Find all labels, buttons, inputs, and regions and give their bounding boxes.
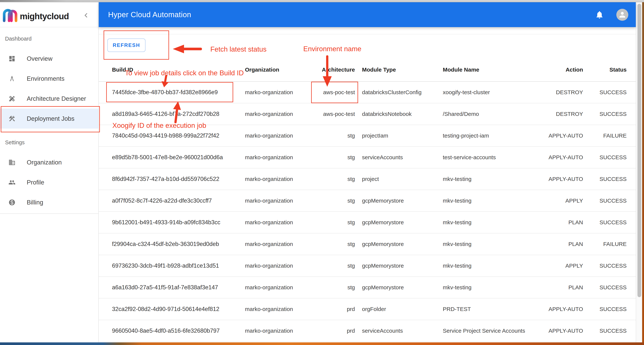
table-row: 9b612001-b491-4933-914b-a09fc834b3ccmark… <box>99 212 636 233</box>
card-top-border <box>99 34 636 34</box>
cell-status: FAILURE <box>603 132 626 139</box>
cell-module-type: gcpMemorystore <box>362 219 404 226</box>
cell-action: APPLY-AUTO <box>548 154 583 161</box>
cell-architecture: stg <box>348 241 355 247</box>
cell-module-name: mkv-testing <box>443 284 472 291</box>
cell-module-type: databricksClusterConfig <box>362 89 422 95</box>
cell-build-id[interactable]: a6a163d0-27a5-41f5-91af-7e838af3e147 <box>112 284 218 291</box>
cell-build-id[interactable]: 8f6d942f-7357-427a-b10d-dd559706c522 <box>112 176 219 182</box>
cell-build-id[interactable]: e89d5b78-5001-47e8-be2e-960021d00d6a <box>112 154 223 161</box>
annotation-box-architecture <box>311 82 358 103</box>
cell-module-type: gcpMemorystore <box>362 284 404 291</box>
annotation-fetch-latest-status: Fetch latest status <box>210 45 266 53</box>
sidebar-item-overview[interactable]: Overview <box>0 49 98 69</box>
sidebar-item-organization[interactable]: Organization <box>0 152 98 172</box>
cell-architecture: stg <box>348 219 355 226</box>
cell-action: APPLY-AUTO <box>548 328 583 334</box>
annotation-xoogify-id: Xoogify ID of the execution job <box>112 122 206 129</box>
cell-module-name: mkv-testing <box>443 198 472 204</box>
nav-section-label-dashboard: Dashboard <box>5 36 98 42</box>
sidebar-collapse-chevron-icon[interactable] <box>82 11 90 20</box>
table-row: 69736230-3dcb-49f1-b928-adbf1ce13d51mark… <box>99 255 636 277</box>
sidebar-item-label: Profile <box>27 179 44 186</box>
sidebar-item-billing[interactable]: Billing <box>0 192 98 212</box>
cell-build-id[interactable]: 32ca2f92-08d2-4d90-971d-50614e4ef812 <box>112 306 219 313</box>
cell-organization: marko-organization <box>245 306 293 312</box>
cell-build-id[interactable]: 7840c45d-0943-4419-b988-999a22f72f42 <box>112 132 219 139</box>
notifications-bell-icon[interactable] <box>595 10 604 19</box>
annotation-view-job-details: To view job details click on the Build I… <box>125 69 244 77</box>
cell-architecture: stg <box>348 263 355 269</box>
cell-architecture: prd <box>347 328 355 334</box>
sidebar-item-environments[interactable]: Environments <box>0 69 98 89</box>
cell-organization: marko-organization <box>245 241 293 247</box>
sidebar-item-architecture-designer[interactable]: Architecture Designer <box>0 89 98 109</box>
sidebar-item-label: Environments <box>27 75 64 82</box>
cell-action: PLAN <box>568 241 583 247</box>
cell-status: SUCCESS <box>600 89 626 95</box>
cell-module-name: mkv-testing <box>443 219 472 226</box>
cell-action: DESTROY <box>556 111 583 117</box>
desktop-bottom-edge <box>0 343 644 345</box>
design-tools-icon <box>8 95 16 102</box>
sidebar-divider <box>0 213 98 214</box>
page-title: Hyper Cloud Automation <box>108 10 191 19</box>
cell-module-type: gcpMemorystore <box>362 198 404 204</box>
nav-section-label-settings: Settings <box>5 140 98 145</box>
down-arrow-icon <box>322 55 332 87</box>
cell-organization: marko-organization <box>245 263 293 269</box>
sidebar-item-label: Organization <box>27 159 62 166</box>
table-row: e89d5b78-5001-47e8-be2e-960021d00d6amark… <box>99 147 636 168</box>
cell-organization: marko-organization <box>245 198 293 204</box>
cell-module-type: gcpMemorystore <box>362 241 404 247</box>
cell-action: APPLY-AUTO <box>548 306 583 312</box>
column-header-organization: Organization <box>245 66 279 73</box>
annotation-environment-name: Environment name <box>303 45 362 53</box>
left-arrow-icon <box>172 44 202 54</box>
cell-organization: marko-organization <box>245 89 293 95</box>
annotation-box-build-id <box>106 82 233 102</box>
cell-status: SUCCESS <box>600 176 626 182</box>
cell-action: APPLY <box>566 263 583 269</box>
cell-architecture: stg <box>348 198 355 204</box>
cell-organization: marko-organization <box>245 219 293 226</box>
table-row: 32ca2f92-08d2-4d90-971d-50614e4ef812mark… <box>99 299 636 320</box>
cell-module-name: mkv-testing <box>443 176 472 182</box>
user-avatar[interactable] <box>616 9 628 21</box>
cell-module-type: orgFolder <box>362 306 386 312</box>
cell-module-name: PRD-TEST <box>443 306 471 312</box>
cell-action: APPLY-AUTO <box>548 132 583 139</box>
column-header-module-type: Module Type <box>362 66 396 73</box>
vertical-scrollbar[interactable] <box>636 2 642 343</box>
cell-architecture: prd <box>347 306 355 312</box>
cell-build-id[interactable]: 9b612001-b491-4933-914b-a09fc834b3cc <box>112 219 220 226</box>
cell-build-id[interactable]: a8d189a3-6465-4126-bf7a-272cdf270b28 <box>112 111 219 117</box>
cell-architecture: stg <box>348 284 355 291</box>
table-row: a6a163d0-27a5-41f5-91af-7e838af3e147mark… <box>99 277 636 299</box>
cell-build-id[interactable]: 69736230-3dcb-49f1-b928-adbf1ce13d51 <box>112 262 219 269</box>
cell-module-type: gcpMemorystore <box>362 263 404 269</box>
app-window: mightycloud DashboardOverviewEnvironment… <box>0 2 642 343</box>
cell-status: SUCCESS <box>600 263 626 269</box>
cell-module-type: serviceAccounts <box>362 154 403 161</box>
cell-status: SUCCESS <box>600 219 626 226</box>
cell-organization: marko-organization <box>245 154 293 161</box>
cell-action: PLAN <box>568 284 583 291</box>
table-row: a0f7f052-8c7f-4226-a22d-dfe3c30ccff7mark… <box>99 190 636 212</box>
column-header-module-name: Module Name <box>443 66 479 73</box>
sidebar-item-profile[interactable]: Profile <box>0 172 98 192</box>
cell-organization: marko-organization <box>245 176 293 182</box>
cell-build-id[interactable]: 96605040-8ae5-4df0-a516-6fe32680b797 <box>112 328 220 334</box>
cell-status: FAILURE <box>603 241 626 247</box>
table-row: 8f6d942f-7357-427a-b10d-dd559706c522mark… <box>99 168 636 190</box>
dashboard-icon <box>8 55 16 62</box>
cell-build-id[interactable]: f29904ca-c324-45df-b2eb-363019ed0deb <box>112 241 219 247</box>
building-icon <box>8 159 16 166</box>
cell-module-name: testing-project-iam <box>443 132 489 139</box>
scrollbar-thumb[interactable] <box>638 4 641 297</box>
screen: mightycloud DashboardOverviewEnvironment… <box>0 0 644 345</box>
appbar: Hyper Cloud Automation <box>99 2 636 27</box>
cell-build-id[interactable]: a0f7f052-8c7f-4226-a22d-dfe3c30ccff7 <box>112 197 212 204</box>
mightycloud-logo-icon <box>2 6 18 23</box>
cell-module-type: project <box>362 176 379 182</box>
